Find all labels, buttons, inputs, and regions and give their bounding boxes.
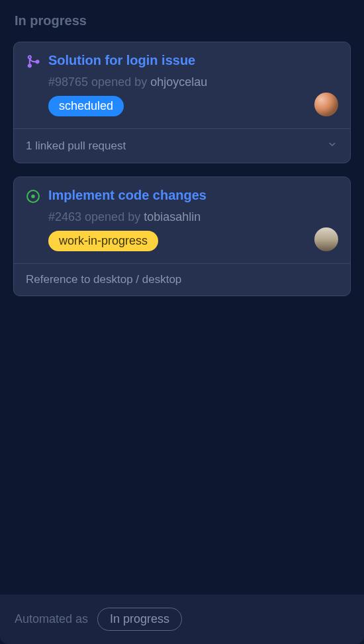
open-issue-icon (26, 189, 40, 204)
opened-text: opened by (85, 210, 140, 223)
opened-text: opened by (91, 75, 147, 89)
card-body: Implement code changes #2463 opened by t… (14, 177, 350, 263)
card-title[interactable]: Solution for login issue (48, 53, 195, 68)
issue-number: #98765 (48, 75, 88, 89)
issue-label[interactable]: work-in-progress (48, 231, 158, 251)
card-footer[interactable]: 1 linked pull request (14, 128, 350, 163)
label-row: scheduled (48, 96, 338, 116)
pull-request-icon (26, 54, 40, 69)
card-title[interactable]: Implement code changes (48, 188, 206, 203)
issue-card[interactable]: Implement code changes #2463 opened by t… (13, 177, 351, 296)
label-row: work-in-progress (48, 231, 338, 251)
assignee-avatar[interactable] (314, 227, 338, 251)
footer-text: 1 linked pull request (26, 140, 126, 153)
assignee-avatar[interactable] (314, 93, 338, 116)
issue-number: #2463 (48, 210, 81, 223)
issue-label[interactable]: scheduled (48, 96, 124, 116)
svg-point-1 (31, 194, 35, 198)
card-footer[interactable]: Reference to desktop / desktop (14, 263, 350, 296)
automation-status-pill[interactable]: In progress (97, 608, 182, 631)
automation-prefix: Automated as (15, 612, 88, 626)
author-link[interactable]: ohjoycelau (150, 75, 207, 89)
card-meta: #2463 opened by tobiasahlin (48, 210, 338, 224)
automation-bar: Automated as In progress (0, 594, 364, 644)
chevron-down-icon[interactable] (326, 138, 338, 153)
footer-text: Reference to desktop / desktop (26, 273, 181, 286)
column-header: In progress (0, 0, 364, 38)
issue-card[interactable]: Solution for login issue #98765 opened b… (13, 42, 351, 163)
card-title-row: Implement code changes (26, 188, 338, 204)
card-meta: #98765 opened by ohjoycelau (48, 75, 338, 89)
cards-container: Solution for login issue #98765 opened b… (0, 38, 364, 594)
card-body: Solution for login issue #98765 opened b… (14, 42, 350, 128)
author-link[interactable]: tobiasahlin (144, 210, 201, 223)
card-title-row: Solution for login issue (26, 53, 338, 69)
